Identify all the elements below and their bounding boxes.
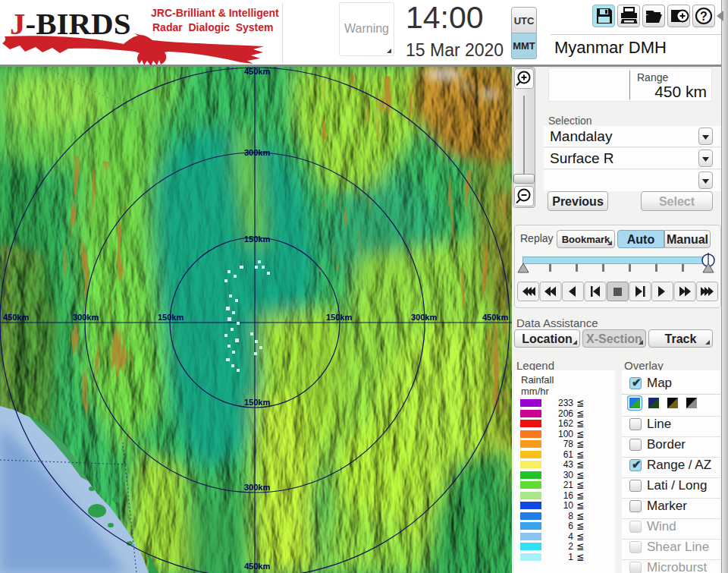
- svg-text:6: 6: [568, 521, 573, 531]
- svg-text:≦: ≦: [576, 398, 584, 408]
- svg-text:≦: ≦: [576, 521, 584, 531]
- svg-text:150km: 150km: [326, 313, 352, 322]
- svg-text:≦: ≦: [576, 541, 584, 552]
- svg-text:4: 4: [568, 531, 573, 542]
- svg-text:≦: ≦: [576, 490, 584, 501]
- svg-text:206: 206: [558, 408, 573, 419]
- svg-text:21: 21: [563, 480, 574, 490]
- svg-text:300km: 300km: [244, 483, 270, 492]
- svg-text:150km: 150km: [158, 313, 184, 322]
- svg-text:162: 162: [558, 418, 573, 429]
- svg-text:150km: 150km: [244, 235, 270, 244]
- svg-text:2: 2: [568, 541, 573, 552]
- svg-text:233: 233: [558, 398, 573, 408]
- svg-text:450km: 450km: [3, 313, 29, 322]
- svg-text:300km: 300km: [411, 313, 437, 322]
- svg-text:≦: ≦: [576, 552, 584, 562]
- svg-text:30: 30: [563, 470, 574, 480]
- svg-text:≦: ≦: [576, 470, 584, 480]
- svg-text:100: 100: [558, 429, 573, 439]
- svg-text:≦: ≦: [576, 531, 584, 542]
- svg-text:≦: ≦: [576, 408, 584, 419]
- svg-text:1: 1: [568, 552, 573, 562]
- svg-text:150km: 150km: [244, 398, 270, 407]
- svg-text:61: 61: [563, 449, 574, 460]
- svg-text:78: 78: [563, 439, 574, 449]
- svg-text:≦: ≦: [576, 418, 584, 429]
- svg-text:8: 8: [568, 511, 573, 521]
- svg-text:≦: ≦: [576, 429, 584, 439]
- svg-text:43: 43: [563, 459, 574, 470]
- svg-text:≦: ≦: [576, 480, 584, 490]
- svg-text:450km: 450km: [244, 562, 270, 571]
- svg-text:450km: 450km: [482, 313, 508, 322]
- svg-text:≦: ≦: [576, 459, 584, 470]
- svg-text:≦: ≦: [576, 449, 584, 460]
- svg-text:300km: 300km: [73, 313, 99, 322]
- svg-text:10: 10: [563, 500, 574, 511]
- svg-text:?: ?: [700, 10, 708, 23]
- svg-text:≦: ≦: [576, 500, 584, 511]
- svg-text:300km: 300km: [244, 148, 270, 157]
- svg-text:≦: ≦: [576, 439, 584, 449]
- svg-text:≦: ≦: [576, 511, 584, 521]
- svg-text:450km: 450km: [244, 67, 270, 76]
- svg-text:16: 16: [563, 490, 574, 501]
